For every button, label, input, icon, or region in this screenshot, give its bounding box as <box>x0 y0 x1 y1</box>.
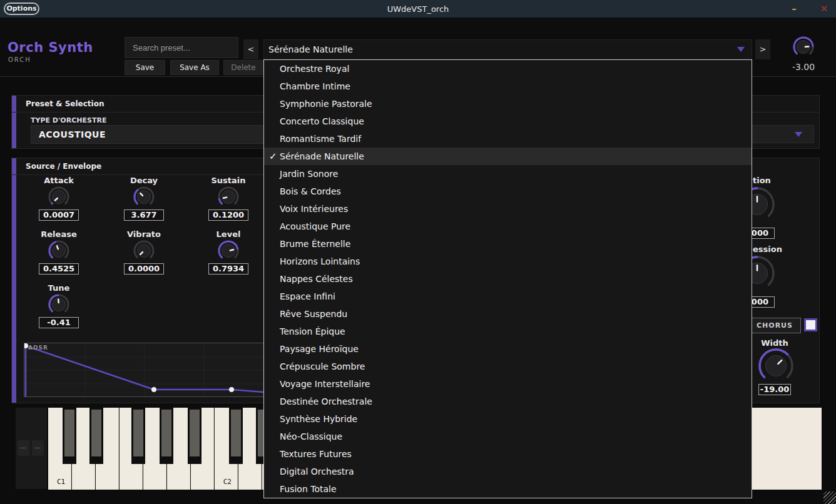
preset-menu-item[interactable]: Horizons Lointains <box>264 253 752 270</box>
preset-menu-item[interactable]: Néo-Classique <box>264 428 752 445</box>
preset-menu-item-label: Synthèse Hybride <box>280 414 357 424</box>
resize-grip-icon[interactable] <box>823 491 836 504</box>
preset-menu-item[interactable]: Digital Orchestra <box>264 463 752 480</box>
checkmark-icon: ✓ <box>269 148 277 165</box>
preset-menu-item[interactable]: Concerto Classique <box>264 113 752 130</box>
keyboard-option-button[interactable]: ... <box>18 440 29 456</box>
preset-menu-item[interactable]: Chambre Intime <box>264 78 752 95</box>
attack-value[interactable]: 0.0007 <box>39 209 79 221</box>
master-volume-value: -3.00 <box>785 62 822 72</box>
black-key-face <box>133 410 143 456</box>
preset-menu-item[interactable]: ✓Sérénade Naturelle <box>264 148 752 165</box>
app-logo: Orch Synth <box>8 40 93 55</box>
decay-knob[interactable] <box>133 186 155 211</box>
sustain-knob[interactable] <box>217 186 240 211</box>
preset-menu-item[interactable]: Symphonie Pastorale <box>264 95 752 113</box>
preset-menu-item-label: Voyage Interstellaire <box>280 379 370 389</box>
black-key[interactable] <box>131 408 145 464</box>
preset-menu-item[interactable]: Acoustique Pure <box>264 218 752 235</box>
preset-menu-item-label: Textures Futures <box>280 449 352 459</box>
panel-title: Preset & Selection <box>26 99 104 108</box>
save-button[interactable]: Save <box>125 60 165 75</box>
vibrato-value[interactable]: 0.0000 <box>124 263 164 275</box>
preset-menu-item-label: Digital Orchestra <box>280 466 354 476</box>
black-key[interactable] <box>89 408 103 464</box>
preset-menu-item[interactable]: Espace Infini <box>264 288 752 305</box>
preset-menu-item-label: Destinée Orchestrale <box>280 396 372 406</box>
preset-menu-item[interactable]: Brume Éternelle <box>264 235 752 253</box>
preset-menu-item[interactable]: Voyage Interstellaire <box>264 375 752 393</box>
preset-menu-item[interactable]: Destinée Orchestrale <box>264 393 752 410</box>
tune-label: Tune <box>39 283 78 293</box>
preset-menu-item-label: Espace Infini <box>280 291 335 301</box>
preset-menu-item-label: Orchestre Royal <box>280 64 349 74</box>
app-logo-subtitle: ORCH <box>8 56 31 63</box>
preset-menu-item[interactable]: Orchestre Royal <box>264 60 752 78</box>
preset-menu-item-label: Paysage Héroïque <box>280 344 359 354</box>
save-as-button[interactable]: Save As <box>170 60 219 75</box>
preset-menu-item[interactable]: Textures Futures <box>264 445 752 463</box>
preset-menu-item[interactable]: Nappes Célestes <box>264 270 752 288</box>
preset-menu-item-label: Fusion Totale <box>280 484 337 494</box>
next-preset-button[interactable]: > <box>755 39 770 59</box>
minimize-icon[interactable]: – <box>787 2 801 16</box>
level-label: Level <box>209 229 248 239</box>
preset-menu-item[interactable]: Voix Intérieures <box>264 200 752 218</box>
preset-menu-item[interactable]: Fusion Totale <box>264 480 752 498</box>
release-knob[interactable] <box>48 239 70 265</box>
preset-menu-item[interactable]: Crépuscule Sombre <box>264 358 752 375</box>
delete-button[interactable]: Delete <box>223 60 263 75</box>
black-key[interactable] <box>160 408 173 464</box>
black-key-face <box>91 410 101 456</box>
orchestra-type-label: TYPE D'ORCHESTRE <box>31 116 106 124</box>
close-icon[interactable]: ✕ <box>817 2 831 16</box>
preset-combobox[interactable]: Sérénade Naturelle <box>263 39 752 59</box>
preset-menu-item-label: Horizons Lointains <box>280 256 360 266</box>
preset-dropdown-menu: Orchestre RoyalChambre IntimeSymphonie P… <box>263 59 752 498</box>
preset-menu-item[interactable]: Rêve Suspendu <box>264 305 752 323</box>
tune-value[interactable]: -0.41 <box>39 317 79 328</box>
keyboard-side-panel: ... ... <box>16 408 47 489</box>
preset-menu-item-label: Néo-Classique <box>280 431 342 441</box>
black-key[interactable] <box>229 408 243 464</box>
panel-title: Source / Envelope <box>26 162 101 171</box>
preset-menu-item-label: Concerto Classique <box>280 116 364 126</box>
preset-menu-item[interactable]: Bois & Cordes <box>264 183 752 200</box>
chevron-down-icon <box>795 132 802 137</box>
chevron-down-icon <box>737 47 745 52</box>
keyboard-right-section[interactable] <box>752 408 822 490</box>
keyboard-option-button[interactable]: ... <box>32 440 44 456</box>
previous-preset-button[interactable]: < <box>243 39 258 59</box>
width-label: Width <box>758 338 791 348</box>
level-value[interactable]: 0.7934 <box>208 263 248 275</box>
expression-label-clipped: ession <box>753 244 782 254</box>
black-key[interactable] <box>63 408 76 464</box>
preset-menu-item-label: Bois & Cordes <box>280 186 341 196</box>
black-key-face <box>231 410 241 456</box>
width-knob[interactable] <box>758 348 794 386</box>
preset-menu-item-label: Romantisme Tardif <box>280 134 361 144</box>
release-label: Release <box>39 229 78 239</box>
key-label: C1 <box>57 478 65 486</box>
master-volume-knob[interactable] <box>792 36 815 61</box>
preset-menu-item[interactable]: Jardin Sonore <box>264 165 752 183</box>
attack-knob[interactable] <box>48 186 70 211</box>
title-bar: Options UWdeVST_orch – ✕ <box>0 0 836 18</box>
tune-knob[interactable] <box>48 293 70 318</box>
preset-menu-item[interactable]: Paysage Héroïque <box>264 340 752 358</box>
black-key[interactable] <box>188 408 201 464</box>
chorus-checkbox[interactable] <box>804 318 817 331</box>
decay-value[interactable]: 3.677 <box>124 209 164 221</box>
release-value[interactable]: 0.4525 <box>39 263 79 275</box>
preset-menu-item[interactable]: Synthèse Hybride <box>264 410 752 428</box>
adsr-label: ADSR <box>28 345 48 351</box>
orchestra-type-value: ACOUSTIQUE <box>39 129 106 139</box>
vibrato-knob[interactable] <box>133 239 155 265</box>
level-knob[interactable] <box>217 239 240 265</box>
width-value[interactable]: -19.00 <box>758 384 791 395</box>
black-key-face <box>190 410 200 456</box>
sustain-value[interactable]: 0.1200 <box>208 209 248 221</box>
preset-menu-item[interactable]: Romantisme Tardif <box>264 130 752 148</box>
search-input[interactable] <box>125 37 238 58</box>
preset-menu-item[interactable]: Tension Épique <box>264 323 752 340</box>
